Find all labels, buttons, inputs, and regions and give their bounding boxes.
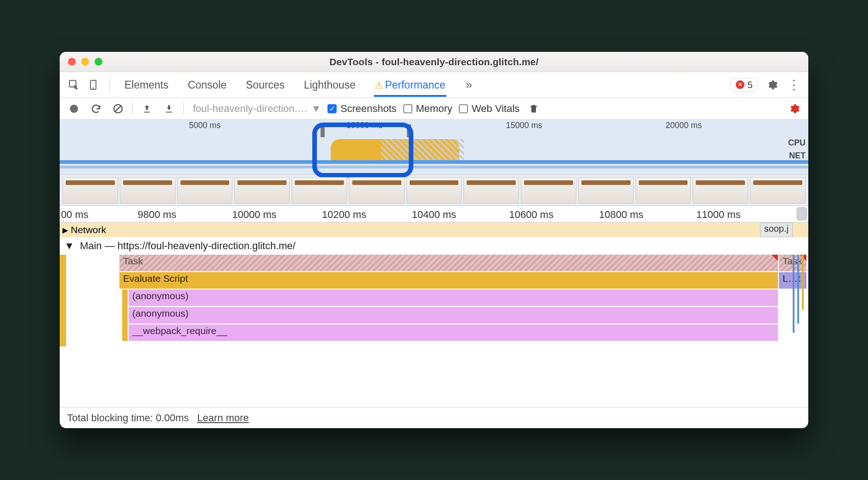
capture-settings-gear-icon[interactable] <box>786 101 802 117</box>
tab-console[interactable]: Console <box>187 73 227 97</box>
memory-label: Memory <box>416 103 452 115</box>
detail-time-axis[interactable]: 00 ms 9800 ms 10000 ms 10200 ms 10400 ms… <box>60 206 808 223</box>
warning-icon: ⚠ <box>375 80 383 90</box>
axis-tick: 10000 ms <box>232 209 276 221</box>
web-vitals-checkbox[interactable]: Web Vitals <box>459 103 519 115</box>
devtools-window: DevTools - foul-heavenly-direction.glitc… <box>60 52 808 428</box>
flame-nest-stripe <box>122 290 128 341</box>
filmstrip-thumb[interactable] <box>62 177 118 204</box>
overview-ticks: 5000 ms 10000 ms 15000 ms 20000 ms <box>60 120 785 130</box>
overview-tick: 15000 ms <box>506 121 542 130</box>
filmstrip-thumb[interactable] <box>463 177 519 204</box>
filmstrip-thumb[interactable] <box>521 177 576 204</box>
flame-row-evaluate-script[interactable]: Evaluate Script <box>119 272 778 289</box>
filmstrip-thumb[interactable] <box>636 177 691 204</box>
chevron-down-icon: ▼ <box>311 103 321 115</box>
memory-checkbox[interactable]: Memory <box>403 103 452 115</box>
tab-performance-label: Performance <box>385 79 445 91</box>
flame-row-task[interactable]: Task <box>119 255 778 271</box>
tab-performance[interactable]: ⚠Performance <box>374 73 446 97</box>
filmstrip-thumb[interactable] <box>292 177 347 204</box>
overview-tick: 20000 ms <box>665 121 702 130</box>
error-icon: ✕ <box>736 80 744 89</box>
main-track-url: https://foul-heavenly-direction.glitch.m… <box>118 240 296 251</box>
flame-row-webpack-require[interactable]: __webpack_require__ <box>129 324 778 341</box>
web-vitals-label: Web Vitals <box>472 103 519 115</box>
device-toolbar-icon[interactable] <box>85 77 101 93</box>
scrollbar-corner[interactable] <box>796 207 807 221</box>
status-bar: Total blocking time: 0.00ms Learn more <box>60 407 808 428</box>
flame-mini-markers <box>791 255 806 346</box>
overview-handle-left[interactable] <box>321 124 325 137</box>
kebab-menu-icon[interactable]: ⋮ <box>786 77 802 93</box>
tab-elements[interactable]: Elements <box>124 73 169 97</box>
filmstrip-thumb[interactable] <box>578 177 634 204</box>
recording-selector-label: foul-heavenly-direction.… <box>193 103 307 115</box>
error-count: 5 <box>747 79 753 90</box>
flame-left-stripe <box>60 255 66 346</box>
learn-more-link[interactable]: Learn more <box>197 412 249 424</box>
titlebar: DevTools - foul-heavenly-direction.glitc… <box>60 52 808 72</box>
main-track-prefix: Main — <box>80 240 118 251</box>
filmstrip-thumb[interactable] <box>406 177 462 204</box>
filmstrip-thumb[interactable] <box>750 177 806 204</box>
filmstrip-thumb[interactable] <box>120 177 175 204</box>
screenshots-checkbox[interactable]: ✓Screenshots <box>327 103 396 115</box>
axis-tick: 00 ms <box>61 209 89 221</box>
timeline-overview[interactable]: 5000 ms 10000 ms 15000 ms 20000 ms CPU N… <box>60 120 808 175</box>
net-label: NET <box>788 149 806 162</box>
screenshot-filmstrip[interactable] <box>60 175 808 206</box>
clear-button[interactable] <box>110 101 126 117</box>
filmstrip-thumb[interactable] <box>234 177 290 204</box>
main-track-header[interactable]: ▼ Main — https://foul-heavenly-direction… <box>60 237 808 255</box>
overview-lane-labels: CPU NET <box>788 136 806 162</box>
axis-tick: 9800 ms <box>138 209 176 221</box>
filmstrip-thumb[interactable] <box>349 177 405 204</box>
expand-icon: ▶ <box>62 226 68 234</box>
flame-row-anonymous-1[interactable]: (anonymous) <box>129 290 778 306</box>
overview-handle-right[interactable] <box>407 124 411 137</box>
filmstrip-thumb[interactable] <box>177 177 233 204</box>
record-button[interactable] <box>66 101 82 117</box>
error-count-badge[interactable]: ✕ 5 <box>731 78 758 92</box>
overview-net-bar <box>60 166 808 168</box>
settings-gear-icon[interactable] <box>764 77 780 93</box>
load-profile-icon[interactable] <box>139 101 155 117</box>
devtools-tabbar: Elements Console Sources Lighthouse ⚠Per… <box>60 72 808 98</box>
inspect-element-icon[interactable] <box>66 77 82 93</box>
panel-tabs: Elements Console Sources Lighthouse ⚠Per… <box>124 73 446 97</box>
network-track-header[interactable]: ▶ Network soop.j <box>60 223 808 237</box>
flame-chart[interactable]: Task Task Evaluate Script L…t (anonymous… <box>60 255 808 346</box>
svg-line-4 <box>115 106 121 112</box>
tab-lighthouse[interactable]: Lighthouse <box>303 73 357 97</box>
tbt-label: Total blocking time: 0.00ms <box>67 412 189 424</box>
axis-tick: 10600 ms <box>509 209 554 221</box>
more-tabs-button[interactable]: » <box>461 77 477 93</box>
axis-tick: 10800 ms <box>599 209 643 221</box>
overview-cpu-hump <box>326 134 464 160</box>
overview-tick: 5000 ms <box>189 121 220 130</box>
tab-sources[interactable]: Sources <box>245 73 285 97</box>
axis-tick: 10400 ms <box>412 209 457 221</box>
network-track-label: Network <box>71 224 106 235</box>
save-profile-icon[interactable] <box>161 101 177 117</box>
cpu-label: CPU <box>788 136 806 149</box>
flame-row-anonymous-2[interactable]: (anonymous) <box>129 307 778 324</box>
filmstrip-thumb[interactable] <box>693 177 748 204</box>
collapse-icon: ▼ <box>64 240 74 251</box>
screenshots-label: Screenshots <box>340 103 396 115</box>
overview-frame-bar <box>60 160 808 164</box>
axis-tick: 10200 ms <box>322 209 366 221</box>
window-title: DevTools - foul-heavenly-direction.glitc… <box>60 56 808 67</box>
reload-record-button[interactable] <box>88 101 104 117</box>
performance-toolbar: foul-heavenly-direction.… ▼ ✓Screenshots… <box>60 98 808 120</box>
axis-tick: 11000 ms <box>696 209 741 221</box>
collect-garbage-icon[interactable] <box>526 101 541 117</box>
recording-selector[interactable]: foul-heavenly-direction.… ▼ <box>193 103 321 115</box>
network-resource-chip[interactable]: soop.j <box>760 223 793 237</box>
overview-tick: 10000 ms <box>346 121 383 130</box>
